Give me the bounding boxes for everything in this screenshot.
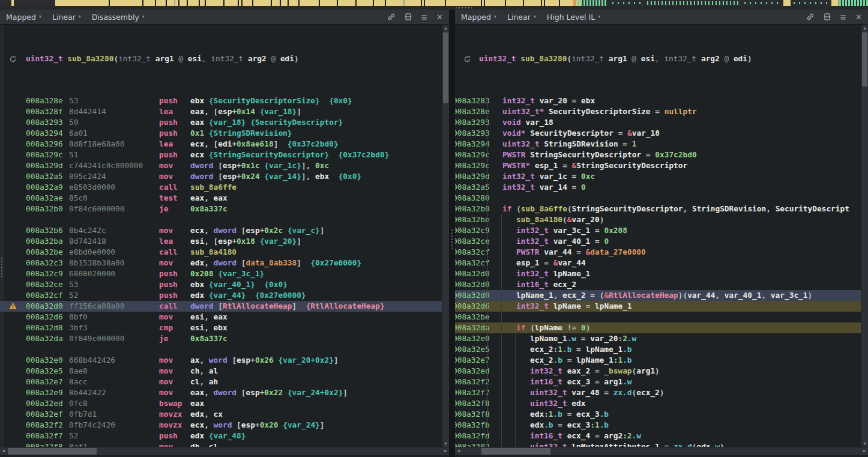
scroll-right-arrow[interactable]: ▶	[861, 447, 868, 455]
hlil-line[interactable]: 008a32b0if (sub_8a6ffe(StringSecurityDes…	[455, 204, 861, 214]
hlil-line[interactable]: 008a32fbedx.b = ecx_3:1.b	[455, 420, 861, 431]
address[interactable]: 008a32d8	[26, 322, 69, 333]
disasm-line[interactable]: 008a32ed0fc8bswapeax	[0, 398, 442, 409]
address[interactable]: 008a32d6	[26, 312, 69, 322]
hlil-line[interactable]: 008a32daif (lpName != 0)	[455, 322, 861, 333]
sync-link-icon[interactable]	[387, 13, 396, 21]
layout-dropdown[interactable]: Linear ▾	[507, 13, 536, 22]
disasm-line[interactable]: 008a32da0f849c000000je0x8a337c	[0, 333, 442, 344]
address[interactable]: 008a32e0	[26, 355, 69, 366]
divider-grip[interactable]	[451, 229, 453, 249]
hlil-line[interactable]: 008a32besub_8a4180(&var_20)	[455, 214, 861, 225]
address[interactable]: 008a32fb	[455, 420, 487, 431]
il-level-dropdown[interactable]: High Level IL ▾	[547, 13, 600, 22]
mnemonic[interactable]: cmp	[159, 322, 190, 333]
mnemonic[interactable]: push	[159, 117, 190, 128]
hlil-line[interactable]: 008a3283int32_t var_20 = ebx	[455, 95, 861, 106]
mnemonic[interactable]: mov	[159, 387, 190, 398]
mnemonic[interactable]: call	[159, 247, 190, 258]
view-mode-dropdown[interactable]: Mapped ▾	[6, 13, 41, 22]
hlil-line[interactable]: 008a3293void* SecurityDescriptor = &var_…	[455, 128, 861, 139]
mnemonic[interactable]: call	[159, 301, 190, 312]
layout-dropdown[interactable]: Linear ▾	[52, 13, 81, 22]
hlil-line[interactable]: 008a32f2int16_t ecx_3 = arg1.w	[455, 377, 861, 387]
mnemonic[interactable]: mov	[159, 312, 190, 322]
mnemonic[interactable]: push	[159, 279, 190, 290]
mnemonic[interactable]: movzx	[159, 420, 190, 431]
address[interactable]: 008a328e	[455, 106, 487, 117]
mnemonic[interactable]: lea	[159, 139, 190, 150]
hlil-line[interactable]: 008a32fdint16_t ecx_4 = arg2:2.w	[455, 431, 861, 441]
disasm-line[interactable]: 008a32e98b442422moveax, dword [esp+0x22 …	[0, 387, 442, 398]
address[interactable]: 008a328f	[26, 106, 69, 117]
disasm-line[interactable]: 008a32946a01push0x1 {StringSDRevision}	[0, 128, 442, 139]
mnemonic[interactable]: mov	[159, 366, 190, 377]
sync-link-icon[interactable]	[806, 13, 815, 21]
hlil-line[interactable]: 008a32f8uint32_t edx	[455, 398, 861, 409]
disasm-line[interactable]: 008a32ba8d742418leaesi, [esp+0x18 {var_2…	[0, 236, 442, 247]
mnemonic[interactable]: call	[159, 182, 190, 193]
mnemonic[interactable]: mov	[159, 258, 190, 268]
menu-icon[interactable]: ≡	[421, 13, 427, 21]
address[interactable]: 008a32c3	[26, 258, 69, 268]
address[interactable]: 008a32e7	[26, 377, 69, 387]
disasm-line[interactable]: 008a32f752pushedx {var_48}	[0, 431, 442, 441]
address[interactable]: 008a32f8	[455, 398, 487, 409]
address[interactable]: 008a3296	[26, 139, 69, 150]
hlil-line[interactable]: 008a329dint32_t var_1c = 0xc	[455, 171, 861, 182]
address[interactable]: 008a3293	[455, 117, 487, 128]
disasm-line[interactable]	[0, 344, 442, 355]
pane-divider[interactable]	[449, 10, 455, 457]
disasm-line[interactable]: 008a32b68b4c242cmovecx, dword [esp+0x2c …	[0, 225, 442, 236]
mnemonic[interactable]: mov	[159, 171, 190, 182]
hlil-line[interactable]: 008a32a5int32_t var_14 = 0	[455, 182, 861, 193]
hlil-line[interactable]: 008a32e0lpName_1.w = var_20:2.w	[455, 333, 861, 344]
disasm-line[interactable]: 008a32ce53pushebx {var_40_1} {0x0}	[0, 279, 442, 290]
mnemonic[interactable]: push	[159, 150, 190, 160]
mnemonic[interactable]: push	[159, 95, 190, 106]
disasm-line[interactable]: 008a32b00f84c6000000je0x8a337c	[0, 204, 442, 214]
address[interactable]: 008a32ae	[26, 193, 69, 204]
address[interactable]: 008a32e0	[455, 333, 487, 344]
mnemonic[interactable]: je	[159, 333, 190, 344]
disasm-line[interactable]: 008a32d68bf0movesi, eax	[0, 312, 442, 322]
split-pane-icon[interactable]	[824, 13, 831, 21]
address[interactable]: 008a32ce	[455, 236, 487, 247]
hlil-line[interactable]: 008a32edint32_t eax_2 = _bswap(arg1)	[455, 366, 861, 377]
address[interactable]: 008a32a9	[26, 182, 69, 193]
disasm-line[interactable]: 008a329dc744241c0c000000movdword [esp+0x…	[0, 160, 442, 171]
address[interactable]: 008a3294	[26, 128, 69, 139]
disasm-line[interactable]: 008a328f8d442414leaeax, [esp+0x14 {var_1…	[0, 106, 442, 117]
address[interactable]: 008a32b6	[26, 225, 69, 236]
mnemonic[interactable]: push	[159, 268, 190, 279]
scroll-up-arrow[interactable]: ▲	[442, 25, 449, 32]
pane-resize-grip[interactable]	[1, 257, 3, 277]
hlil-line[interactable]: 008a329cPWSTR StringSecurityDescriptor =…	[455, 150, 861, 160]
address[interactable]: 008a32c9	[26, 268, 69, 279]
mnemonic[interactable]: movzx	[159, 409, 190, 420]
address[interactable]: 008a32ba	[26, 236, 69, 247]
address[interactable]: 008a32e5	[455, 344, 487, 355]
address[interactable]: 008a32f2	[455, 377, 487, 387]
address[interactable]: 008a32cf	[26, 290, 69, 301]
horizontal-scrollbar[interactable]: ◀ ▶	[455, 447, 868, 455]
address[interactable]: 008a32d0	[455, 290, 487, 301]
disasm-line[interactable]: 008a328e53pushebx {SecurityDescriptorSiz…	[0, 95, 442, 106]
scroll-right-arrow[interactable]: ▶	[442, 447, 449, 455]
hlil-line[interactable]: 008a329cPWSTR* esp_1 = &StringSecurityDe…	[455, 160, 861, 171]
scrollbar-thumb[interactable]	[481, 448, 550, 455]
address[interactable]: 008a32cf	[455, 247, 487, 258]
close-icon[interactable]: ✕	[855, 13, 862, 21]
address[interactable]: 008a32ef	[26, 409, 69, 420]
view-mode-dropdown[interactable]: Mapped ▾	[461, 13, 496, 22]
address[interactable]: 008a32f2	[26, 420, 69, 431]
disasm-line[interactable]: 008a32c96808020000push0x208 {var_3c_1}	[0, 268, 442, 279]
address[interactable]: 008a328e	[26, 95, 69, 106]
scrollbar-thumb[interactable]	[8, 448, 97, 455]
disasm-line[interactable]: 008a32e58ae8movch, al	[0, 366, 442, 377]
menu-icon[interactable]: ≡	[840, 13, 846, 21]
hlil-line[interactable]: 008a3294uint32_t StringSDRevision = 1	[455, 139, 861, 150]
hlil-line[interactable]: 008a32d0int32_t lpName_1	[455, 268, 861, 279]
address[interactable]: 008a32f7	[455, 387, 487, 398]
hlil-line[interactable]: 008a328euint32_t* SecurityDescriptorSize…	[455, 106, 861, 117]
